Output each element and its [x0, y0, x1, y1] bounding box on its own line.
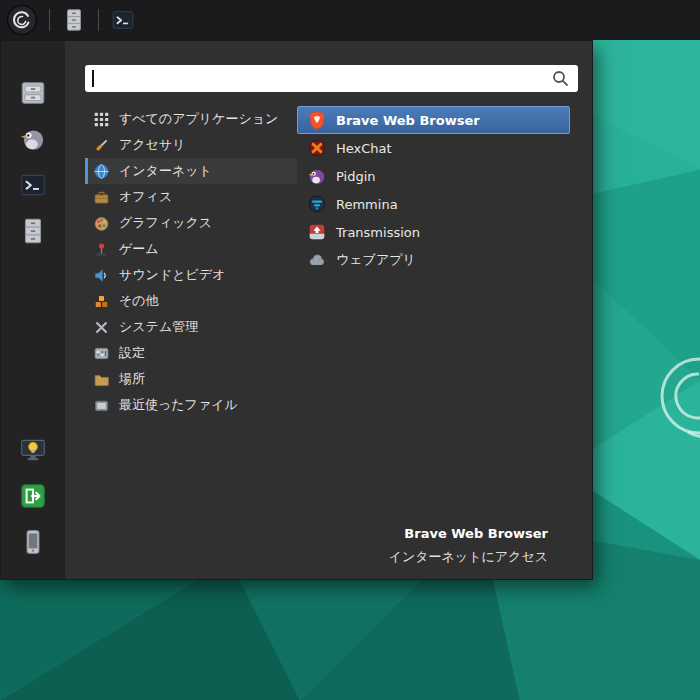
whisker-menu: すべてのアプリケーション アクセサリ — [0, 40, 593, 580]
graphics-palette-icon — [92, 214, 110, 232]
sidebar-terminal-shortcut[interactable] — [16, 170, 50, 200]
hexchat-icon — [306, 138, 327, 159]
search-input[interactable] — [85, 65, 578, 92]
applications-menu-button[interactable] — [6, 4, 38, 36]
app-label: Pidgin — [336, 169, 376, 184]
app-label: HexChat — [336, 141, 392, 156]
lock-device-icon — [18, 527, 48, 557]
terminal-launcher[interactable] — [110, 7, 136, 33]
search-box — [85, 65, 578, 92]
app-remmina[interactable]: Remmina — [297, 190, 570, 218]
file-cabinet-icon — [18, 216, 48, 246]
games-joystick-icon — [92, 240, 110, 258]
logout-icon — [18, 481, 48, 511]
category-label: アクセサリ — [119, 136, 186, 154]
monitor-bulb-icon — [18, 435, 48, 465]
remmina-icon — [306, 194, 327, 215]
terminal-icon — [18, 170, 48, 200]
panel-separator — [49, 9, 50, 31]
misc-boxes-icon — [92, 292, 110, 310]
folder-icon — [92, 370, 110, 388]
recent-files-icon — [92, 396, 110, 414]
pidgin-icon — [306, 166, 327, 187]
selected-app-title: Brave Web Browser — [389, 526, 548, 541]
category-label: システム管理 — [119, 318, 198, 336]
internet-globe-icon — [92, 162, 110, 180]
category-graphics[interactable]: グラフィックス — [85, 210, 297, 236]
archive-drawers-icon — [18, 78, 48, 108]
category-label: その他 — [119, 292, 159, 310]
all-applications-icon — [92, 110, 110, 128]
category-other[interactable]: その他 — [85, 288, 297, 314]
category-label: グラフィックス — [119, 214, 212, 232]
category-games[interactable]: ゲーム — [85, 236, 297, 262]
file-cabinet-icon — [61, 7, 87, 33]
logout-button[interactable] — [16, 481, 50, 511]
category-label: サウンドとビデオ — [119, 266, 225, 284]
menu-main: すべてのアプリケーション アクセサリ — [65, 41, 592, 579]
category-system-admin[interactable]: システム管理 — [85, 314, 297, 340]
sidebar-file-manager-shortcut[interactable] — [16, 216, 50, 246]
lock-screen-button[interactable] — [16, 527, 50, 557]
app-hexchat[interactable]: HexChat — [297, 134, 570, 162]
menu-sidebar — [1, 41, 65, 579]
menu-columns: すべてのアプリケーション アクセサリ — [65, 106, 592, 418]
category-label: すべてのアプリケーション — [119, 110, 278, 128]
category-label: オフィス — [119, 188, 172, 206]
category-label: ゲーム — [119, 240, 159, 258]
app-brave[interactable]: Brave Web Browser — [297, 106, 570, 134]
category-accessories[interactable]: アクセサリ — [85, 132, 297, 158]
brave-icon — [306, 110, 327, 131]
display-settings-button[interactable] — [16, 435, 50, 465]
category-label: 設定 — [119, 344, 145, 362]
category-label: インターネット — [119, 162, 212, 180]
app-label: Transmission — [336, 225, 420, 240]
bird-icon — [18, 124, 48, 154]
sidebar-pidgin-shortcut[interactable] — [16, 124, 50, 154]
category-list: すべてのアプリケーション アクセサリ — [85, 106, 297, 418]
category-recent-files[interactable]: 最近使ったファイル — [85, 392, 297, 418]
category-label: 場所 — [119, 370, 145, 388]
selected-app-description: インターネットにアクセス — [389, 548, 548, 566]
tools-cross-icon — [92, 318, 110, 336]
category-office[interactable]: オフィス — [85, 184, 297, 210]
settings-panel-icon — [92, 344, 110, 362]
application-list: Brave Web Browser HexChat — [297, 106, 570, 418]
category-settings[interactable]: 設定 — [85, 340, 297, 366]
category-sound-video[interactable]: サウンドとビデオ — [85, 262, 297, 288]
terminal-icon — [110, 7, 136, 33]
app-transmission[interactable]: Transmission — [297, 218, 570, 246]
top-panel — [0, 0, 700, 40]
app-label: Remmina — [336, 197, 398, 212]
category-label: 最近使ったファイル — [119, 396, 238, 414]
app-label: ウェブアプリ — [336, 251, 416, 269]
category-all-applications[interactable]: すべてのアプリケーション — [85, 106, 297, 132]
category-places[interactable]: 場所 — [85, 366, 297, 392]
cloud-icon — [306, 250, 327, 271]
panel-separator — [98, 9, 99, 31]
distro-swirl-icon — [6, 4, 38, 36]
office-icon — [92, 188, 110, 206]
speaker-icon — [92, 266, 110, 284]
category-internet[interactable]: インターネット — [85, 158, 297, 184]
transmission-icon — [306, 222, 327, 243]
selected-app-details: Brave Web Browser インターネットにアクセス — [389, 526, 548, 566]
app-web-apps[interactable]: ウェブアプリ — [297, 246, 570, 274]
app-pidgin[interactable]: Pidgin — [297, 162, 570, 190]
file-manager-launcher[interactable] — [61, 7, 87, 33]
app-label: Brave Web Browser — [336, 113, 480, 128]
accessories-icon — [92, 136, 110, 154]
sidebar-archive-shortcut[interactable] — [16, 78, 50, 108]
